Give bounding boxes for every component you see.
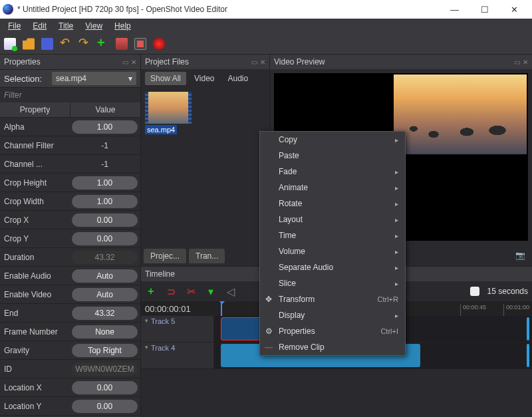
context-menu-item[interactable]: Volume▸ xyxy=(260,243,405,259)
context-menu-item[interactable]: Fade▸ xyxy=(260,164,405,180)
track-end-marker xyxy=(527,317,529,341)
playhead-icon[interactable] xyxy=(221,301,222,316)
property-value[interactable]: 0.00 xyxy=(72,381,138,394)
undo-icon[interactable]: ↶ xyxy=(60,38,72,50)
property-row[interactable]: Enable AudioAuto xyxy=(0,267,140,285)
property-value[interactable]: W9WN0W0ZEM xyxy=(72,362,138,376)
menu-view[interactable]: View xyxy=(80,20,108,32)
property-value[interactable]: 1.00 xyxy=(72,176,138,190)
property-row[interactable]: Alpha1.00 xyxy=(0,118,140,136)
context-menu-label: Time xyxy=(279,231,296,240)
context-menu-item[interactable]: Rotate▸ xyxy=(260,196,405,211)
choose-profile-icon[interactable] xyxy=(116,38,128,50)
context-menu-item[interactable]: Slice▸ xyxy=(260,275,405,291)
project-file-item[interactable]: sea.mp4 xyxy=(145,92,192,134)
property-value[interactable]: 0.00 xyxy=(72,400,138,413)
dock-close-icon[interactable]: ✕ xyxy=(260,59,265,66)
tab-show-all[interactable]: Show All xyxy=(145,72,186,85)
close-button[interactable]: ✕ xyxy=(499,0,529,19)
tab-transitions[interactable]: Tran... xyxy=(189,249,225,263)
prev-marker-icon[interactable]: ◁ xyxy=(225,285,237,297)
property-value[interactable]: 0.00 xyxy=(72,213,138,227)
filter-input[interactable]: Filter xyxy=(0,88,140,102)
context-menu-item[interactable]: Display▸ xyxy=(260,307,405,323)
chevron-down-icon: ▾ xyxy=(145,317,148,324)
context-menu-item[interactable]: —Remove Clip xyxy=(260,339,405,355)
submenu-arrow-icon: ▸ xyxy=(395,136,398,144)
property-row[interactable]: Enable VideoAuto xyxy=(0,285,140,304)
dock-float-icon[interactable]: ▭ xyxy=(514,59,520,66)
add-track-icon[interactable]: + xyxy=(145,285,157,297)
zoom-slider-handle[interactable] xyxy=(470,287,479,296)
context-menu-item[interactable]: Paste xyxy=(260,148,405,164)
track-header[interactable]: ▾Track 5 xyxy=(141,316,214,342)
tab-project[interactable]: Projec... xyxy=(144,249,186,263)
dock-close-icon[interactable]: ✕ xyxy=(523,59,528,66)
property-value[interactable]: 1.00 xyxy=(72,195,138,208)
property-row[interactable]: Crop X0.00 xyxy=(0,211,140,229)
add-marker-icon[interactable]: ▾ xyxy=(205,285,217,297)
menu-file[interactable]: File xyxy=(3,20,26,32)
razor-icon[interactable]: ✂ xyxy=(185,285,197,297)
properties-header: Properties ▭✕ xyxy=(0,55,140,69)
project-files-header: Project Files ▭✕ xyxy=(141,55,269,69)
property-value[interactable]: Auto xyxy=(72,269,138,283)
property-row[interactable]: Crop Width1.00 xyxy=(0,192,140,211)
property-value[interactable]: Top Right xyxy=(72,344,138,357)
property-key: Duration xyxy=(0,253,69,262)
track-header[interactable]: ▾Track 4 xyxy=(141,343,214,368)
project-files-body[interactable]: sea.mp4 xyxy=(141,88,269,246)
export-video-icon[interactable] xyxy=(153,38,165,50)
property-value[interactable]: None xyxy=(72,325,138,339)
dock-float-icon[interactable]: ▭ xyxy=(251,59,257,66)
property-row[interactable]: Duration43.32 xyxy=(0,248,140,267)
tab-video[interactable]: Video xyxy=(189,72,219,85)
open-project-icon[interactable] xyxy=(23,38,35,50)
save-project-icon[interactable] xyxy=(41,38,53,50)
property-key: End xyxy=(0,309,69,318)
snap-icon[interactable]: ⊃ xyxy=(165,285,177,297)
context-menu-item[interactable]: ✥TransformCtrl+R xyxy=(260,291,405,307)
context-menu-item[interactable]: Copy▸ xyxy=(260,132,405,148)
minus-icon: — xyxy=(264,343,273,352)
dock-close-icon[interactable]: ✕ xyxy=(131,59,136,66)
property-value[interactable]: 43.32 xyxy=(72,307,138,320)
property-row[interactable]: Crop Y0.00 xyxy=(0,229,140,248)
context-menu-label: Layout xyxy=(279,215,303,224)
property-row[interactable]: Channel ...-1 xyxy=(0,155,140,174)
snapshot-icon[interactable]: 📷 xyxy=(515,251,525,260)
dock-float-icon[interactable]: ▭ xyxy=(122,59,128,66)
property-value[interactable]: -1 xyxy=(72,160,138,169)
menu-edit[interactable]: Edit xyxy=(27,20,52,32)
property-row[interactable]: GravityTop Right xyxy=(0,341,140,360)
property-value[interactable]: -1 xyxy=(72,141,138,150)
fullscreen-icon[interactable] xyxy=(134,38,146,50)
tab-audio[interactable]: Audio xyxy=(223,72,254,85)
context-menu-item[interactable]: Animate▸ xyxy=(260,180,405,196)
context-menu-item[interactable]: Time▸ xyxy=(260,227,405,243)
menu-help[interactable]: Help xyxy=(109,20,136,32)
property-value[interactable]: Auto xyxy=(72,288,138,301)
context-menu-item[interactable]: Separate Audio▸ xyxy=(260,259,405,275)
menu-title[interactable]: Title xyxy=(53,20,78,32)
property-value[interactable]: 1.00 xyxy=(72,120,138,134)
new-project-icon[interactable] xyxy=(4,38,16,50)
import-files-icon[interactable]: + xyxy=(97,38,109,50)
property-row[interactable]: Crop Height1.00 xyxy=(0,174,140,192)
context-menu-item[interactable]: ⚙PropertiesCtrl+I xyxy=(260,323,405,339)
context-menu-label: Paste xyxy=(279,151,299,160)
property-row[interactable]: Channel Filter-1 xyxy=(0,136,140,155)
property-row[interactable]: End43.32 xyxy=(0,304,140,323)
property-row[interactable]: Location Y0.00 xyxy=(0,397,140,416)
property-row[interactable]: IDW9WN0W0ZEM xyxy=(0,360,140,378)
context-menu-item[interactable]: Layout▸ xyxy=(260,211,405,227)
maximize-button[interactable]: ☐ xyxy=(469,0,499,19)
redo-icon[interactable]: ↷ xyxy=(78,38,90,50)
property-row[interactable]: Location X0.00 xyxy=(0,378,140,397)
selection-combo[interactable]: sea.mp4 ▾ xyxy=(52,72,136,85)
window-title: * Untitled Project [HD 720p 30 fps] - Op… xyxy=(17,5,440,14)
minimize-button[interactable]: — xyxy=(440,0,469,19)
property-value[interactable]: 43.32 xyxy=(72,251,138,264)
property-row[interactable]: Frame NumberNone xyxy=(0,323,140,341)
property-value[interactable]: 0.00 xyxy=(72,232,138,245)
